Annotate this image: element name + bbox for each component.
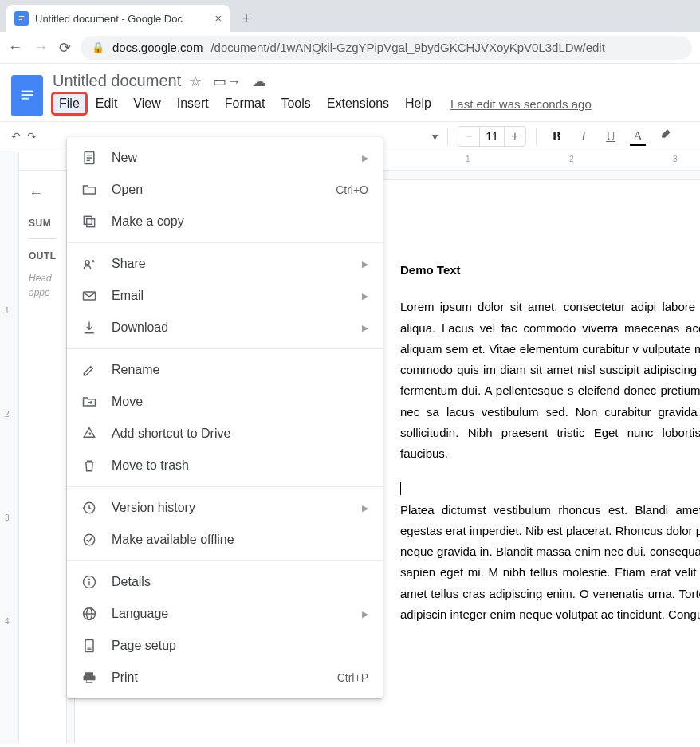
menu-add-shortcut[interactable]: Add shortcut to Drive [67,418,383,450]
chevron-down-icon[interactable]: ▾ [432,130,438,143]
forward-button[interactable]: → [33,39,48,57]
menu-format[interactable]: Format [218,93,272,114]
font-size-decrease[interactable]: − [458,127,479,146]
vruler-num: 4 [5,617,10,626]
svg-rect-3 [22,91,33,92]
menu-make-copy[interactable]: Make a copy [67,206,383,238]
star-icon[interactable]: ☆ [189,73,202,90]
menu-insert[interactable]: Insert [171,93,215,114]
menu-offline[interactable]: Make available offline [67,524,383,556]
menubar: File Edit View Insert Format Tools Exten… [53,93,689,114]
last-edit-link[interactable]: Last edit was seconds ago [450,97,592,111]
menu-separator [67,560,383,561]
chevron-right-icon: ▶ [362,609,368,619]
menu-view[interactable]: View [127,93,167,114]
redo-button[interactable]: ↷ [27,130,37,143]
svg-rect-11 [84,216,92,224]
vertical-ruler[interactable]: 1 2 3 4 [0,171,19,744]
ruler-corner [0,151,19,171]
browser-tab[interactable]: Untitled document - Google Doc × [6,5,230,32]
outline-heading: OUTL [29,250,57,261]
globe-icon [81,606,97,622]
undo-button[interactable]: ↶ [11,130,21,143]
menu-language[interactable]: Language ▶ [67,598,383,630]
reload-button[interactable]: ⟳ [59,39,71,57]
trash-icon [81,458,97,474]
menu-email[interactable]: Email ▶ [67,280,383,312]
bold-button[interactable]: B [546,129,567,144]
text-cursor [400,482,401,495]
summary-heading: SUM [29,218,57,229]
highlight-button[interactable] [655,128,675,145]
doc-heading[interactable]: Demo Text [400,260,700,281]
lock-icon: 🔒 [92,41,104,53]
document-icon [81,150,97,166]
close-tab-icon[interactable]: × [215,12,222,25]
move-icon[interactable]: ▭→ [213,73,241,90]
menu-file[interactable]: File [53,93,86,114]
chevron-right-icon: ▶ [362,503,368,513]
menu-separator [67,242,383,243]
cloud-status-icon[interactable]: ☁ [252,73,266,90]
doc-paragraph-2[interactable]: Platea dictumst vestibulum rhoncus est. … [400,500,700,626]
copy-icon [81,214,97,230]
file-menu-dropdown: New ▶ Open Ctrl+O Make a copy Share ▶ Em… [67,137,383,698]
menu-open[interactable]: Open Ctrl+O [67,174,383,206]
menu-move-to-trash[interactable]: Move to trash [67,450,383,482]
menu-help[interactable]: Help [399,93,438,114]
italic-button[interactable]: I [573,129,594,144]
svg-rect-5 [22,98,29,100]
document-title[interactable]: Untitled document [53,72,181,90]
menu-page-setup[interactable]: Page setup [67,630,383,662]
new-tab-button[interactable]: + [234,6,258,30]
menu-details[interactable]: Details [67,566,383,598]
chevron-right-icon: ▶ [362,323,368,333]
url-field[interactable]: 🔒 docs.google.com/document/d/1wANQkil-Gz… [81,36,692,60]
menu-tools[interactable]: Tools [274,93,317,114]
menu-edit[interactable]: Edit [89,93,124,114]
svg-rect-1 [19,18,25,18]
chevron-right-icon: ▶ [362,153,368,163]
vruler-num: 3 [5,513,10,522]
svg-point-19 [84,534,94,545]
doc-paragraph-1[interactable]: Lorem ipsum dolor sit amet, consectetur … [400,297,700,464]
menu-share[interactable]: Share ▶ [67,248,383,280]
menu-move[interactable]: Move [67,386,383,418]
svg-point-12 [85,261,89,265]
menu-separator [67,486,383,487]
menu-version-history[interactable]: Version history ▶ [67,492,383,524]
ruler-num: 3 [673,155,678,163]
outline-back-icon[interactable]: ← [29,185,57,202]
svg-rect-4 [22,94,33,96]
svg-point-22 [89,579,90,580]
nav-buttons: ← → ⟳ [8,39,71,57]
docs-header: Untitled document ☆ ▭→ ☁ File Edit View … [0,64,700,116]
vruler-num: 1 [5,306,10,315]
divider [29,238,57,239]
print-icon [81,670,97,686]
text-color-button[interactable]: A [627,129,648,144]
tab-title: Untitled document - Google Doc [35,13,209,25]
menu-rename[interactable]: Rename [67,354,383,386]
drive-shortcut-icon [81,426,97,442]
menu-extensions[interactable]: Extensions [321,93,395,114]
folder-icon [81,182,97,198]
outline-panel: ← SUM OUTL Head appe [19,171,67,744]
url-host: docs.google.com [112,41,203,54]
font-size-input[interactable] [479,127,505,146]
underline-button[interactable]: U [600,129,621,144]
outline-hint-1: Head [29,271,57,285]
download-icon [81,320,97,336]
email-icon [81,288,97,304]
url-path: /document/d/1wANQkil-GzgYPipVgal_9bydGKC… [210,41,604,54]
menu-separator [67,348,383,349]
menu-download[interactable]: Download ▶ [67,312,383,344]
font-size-increase[interactable]: + [505,127,525,146]
back-button[interactable]: ← [8,39,22,57]
menu-new[interactable]: New ▶ [67,142,383,174]
menu-print[interactable]: Print Ctrl+P [67,662,383,694]
docs-favicon [14,11,29,26]
browser-tab-strip: Untitled document - Google Doc × + [0,0,700,32]
move-folder-icon [81,394,97,410]
docs-logo[interactable] [11,75,43,116]
